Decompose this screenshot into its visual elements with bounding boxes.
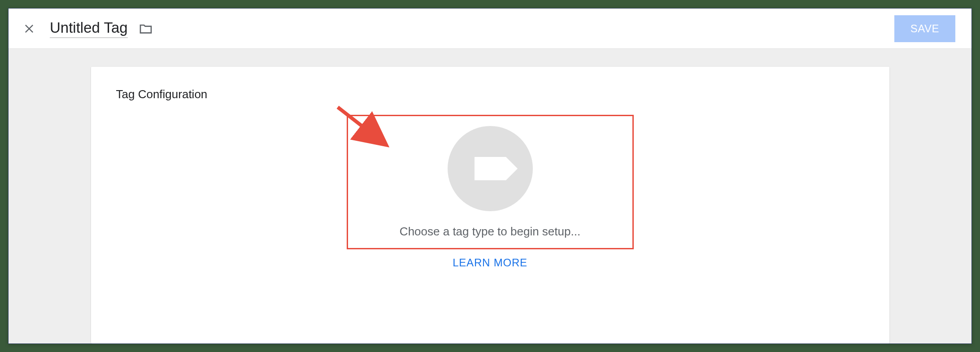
- tag-title-input[interactable]: Untitled Tag: [50, 19, 128, 38]
- choose-tag-type-area[interactable]: Choose a tag type to begin setup...: [347, 115, 634, 249]
- close-icon[interactable]: [20, 20, 38, 38]
- save-button[interactable]: SAVE: [894, 15, 955, 42]
- card-title: Tag Configuration: [116, 87, 864, 101]
- tag-configuration-card: Tag Configuration Choose a tag: [91, 67, 889, 343]
- choose-tag-prompt: Choose a tag type to begin setup...: [400, 225, 580, 239]
- learn-more-link[interactable]: LEARN MORE: [453, 256, 527, 269]
- tag-icon-circle: [448, 126, 533, 211]
- body-area: Tag Configuration Choose a tag: [9, 49, 971, 343]
- tag-icon: [475, 157, 506, 180]
- tag-editor-window: Untitled Tag SAVE Tag Configuration: [8, 8, 972, 344]
- folder-icon[interactable]: [139, 22, 153, 36]
- title-wrap: Untitled Tag: [50, 19, 153, 38]
- header-bar: Untitled Tag SAVE: [9, 9, 971, 49]
- tag-setup-area: Choose a tag type to begin setup... LEAR…: [116, 110, 864, 269]
